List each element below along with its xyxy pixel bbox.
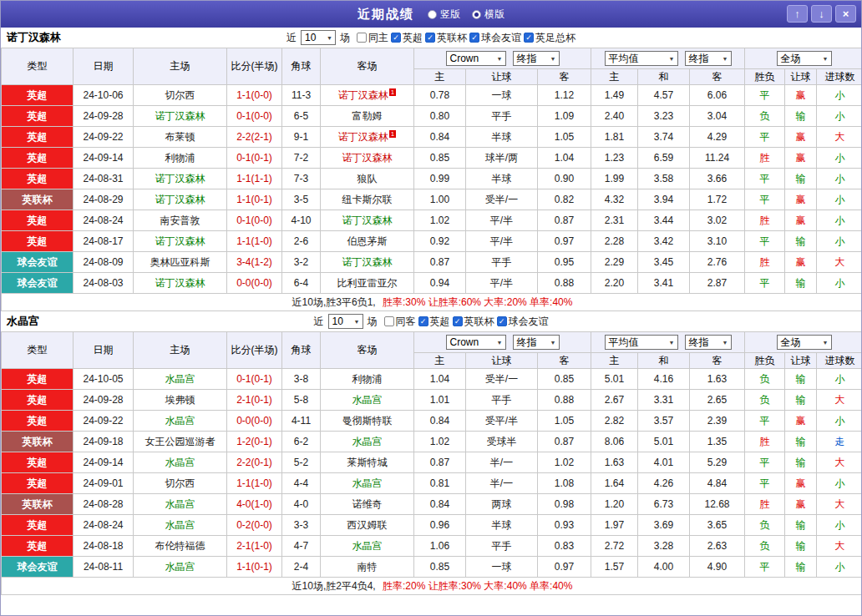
radio-icon[interactable] bbox=[472, 10, 481, 19]
checkbox-checked-icon[interactable]: ✓ bbox=[425, 33, 435, 43]
move-down-button[interactable]: ↓ bbox=[811, 5, 832, 23]
avg-draw-odds-cell: 4.16 bbox=[638, 369, 690, 390]
match-row: 英联杯24-09-18女王公园巡游者1-2(0-1)6-2水晶宫1.02受球半0… bbox=[2, 432, 862, 452]
score-cell: 0-1(0-1) bbox=[227, 369, 282, 390]
checkbox-checked-icon[interactable]: ✓ bbox=[453, 316, 463, 326]
corners-cell: 2-6 bbox=[282, 231, 321, 252]
match-row: 英超24-10-06切尔西1-1(0-0)11-3诺丁汉森林10.78一球1.1… bbox=[2, 85, 862, 106]
result-cell: 负 bbox=[745, 106, 785, 127]
avg-away-odds-cell: 2.39 bbox=[690, 411, 745, 432]
filter-checkbox[interactable]: ✓英超 bbox=[391, 31, 423, 45]
filter-checkbox[interactable]: 同主 bbox=[357, 31, 388, 45]
away-team-cell: 富勒姆 bbox=[321, 106, 414, 127]
bookmaker-select[interactable]: Crown ▼ bbox=[446, 335, 506, 350]
average-select[interactable]: 平均值 ▼ bbox=[605, 335, 678, 350]
league-badge: 英超 bbox=[2, 210, 74, 231]
final-index-select[interactable]: 终指 ▼ bbox=[685, 335, 732, 350]
checkbox-checked-icon[interactable]: ✓ bbox=[469, 33, 479, 43]
away-team-cell: 水晶宫 bbox=[321, 432, 414, 452]
close-button[interactable]: × bbox=[835, 5, 856, 23]
away-team-cell: 利物浦 bbox=[321, 369, 414, 390]
ah-away-odds-cell: 1.04 bbox=[538, 148, 591, 169]
handicap-result-cell: 输 bbox=[785, 169, 817, 189]
layout-option-vertical[interactable]: 竖版 bbox=[428, 8, 460, 22]
corners-cell: 5-8 bbox=[282, 390, 321, 411]
ah-line-cell: 平手 bbox=[466, 390, 538, 411]
chevron-down-icon: ▼ bbox=[497, 56, 503, 62]
match-date-cell: 24-10-05 bbox=[74, 369, 134, 390]
match-row: 球会友谊24-08-09奥林匹亚科斯3-4(1-2)3-2诺丁汉森林0.87平手… bbox=[2, 252, 862, 273]
final-index-select-value: 终指 bbox=[689, 52, 709, 66]
goals-result-cell: 小 bbox=[817, 106, 862, 127]
avg-home-odds-cell: 2.72 bbox=[591, 536, 638, 557]
recent-count-select[interactable]: 10 ▼ bbox=[328, 314, 363, 329]
ah-line-cell: 平手 bbox=[466, 536, 538, 557]
average-select[interactable]: 平均值 ▼ bbox=[605, 51, 678, 66]
corners-cell: 6-2 bbox=[282, 432, 321, 452]
match-row: 英联杯24-08-29诺丁汉森林1-1(0-1)3-5纽卡斯尔联1.00受半/一… bbox=[2, 189, 862, 210]
ah-line-cell: 半/一 bbox=[466, 473, 538, 494]
final-index-select[interactable]: 终指 ▼ bbox=[513, 51, 560, 66]
match-row: 球会友谊24-08-11水晶宫1-1(0-1)2-4南特0.85一球0.971.… bbox=[2, 557, 862, 578]
ah-home-odds-cell: 1.02 bbox=[414, 432, 466, 452]
result-cell: 平 bbox=[745, 473, 785, 494]
checkbox-label: 英联杯 bbox=[464, 315, 494, 329]
ah-away-odds-cell: 1.05 bbox=[538, 127, 591, 148]
home-team-cell: 女王公园巡游者 bbox=[134, 432, 227, 452]
ah-line-cell: 受半/一 bbox=[466, 369, 538, 390]
filter-checkbox[interactable]: ✓英足总杯 bbox=[524, 31, 576, 45]
filter-checkbox[interactable]: ✓英超 bbox=[418, 315, 450, 329]
checkbox-checked-icon[interactable]: ✓ bbox=[497, 316, 507, 326]
checkbox-checked-icon[interactable]: ✓ bbox=[391, 33, 401, 43]
avg-draw-odds-cell: 3.31 bbox=[638, 390, 690, 411]
goals-result-cell: 走 bbox=[817, 432, 862, 452]
move-up-button[interactable]: ↑ bbox=[787, 5, 808, 23]
chevron-down-icon: ▼ bbox=[327, 35, 332, 41]
ah-line-cell: 一球 bbox=[466, 557, 538, 578]
handicap-result-cell: 输 bbox=[785, 452, 817, 473]
ah-line-cell: 两球 bbox=[466, 494, 538, 515]
final-index-select[interactable]: 终指 ▼ bbox=[685, 51, 732, 66]
chevron-down-icon: ▼ bbox=[823, 56, 829, 62]
filter-checkbox[interactable]: ✓球会友谊 bbox=[497, 315, 549, 329]
goals-result-cell: 大 bbox=[817, 536, 862, 557]
goals-result-cell: 小 bbox=[817, 273, 862, 294]
avg-away-odds-cell: 12.68 bbox=[690, 494, 745, 515]
checkbox-unchecked-icon[interactable] bbox=[357, 33, 367, 43]
league-badge: 球会友谊 bbox=[2, 273, 74, 294]
fulltime-select[interactable]: 全场 ▼ bbox=[777, 51, 832, 66]
results-table: 类型 日期 主场 比分(半场) 角球 客场 Crown ▼ 终指 bbox=[1, 48, 862, 311]
final-index-select[interactable]: 终指 ▼ bbox=[513, 335, 560, 350]
chevron-down-icon: ▼ bbox=[550, 340, 556, 346]
home-team-cell: 水晶宫 bbox=[134, 452, 227, 473]
checkbox-unchecked-icon[interactable] bbox=[384, 316, 394, 326]
avg-draw-odds-cell: 3.23 bbox=[638, 106, 690, 127]
result-cell: 负 bbox=[745, 515, 785, 536]
checkbox-checked-icon[interactable]: ✓ bbox=[418, 316, 428, 326]
result-cell: 胜 bbox=[745, 252, 785, 273]
match-row: 英超24-09-22水晶宫0-0(0-0)4-11曼彻斯特联0.84受平/半1.… bbox=[2, 411, 862, 432]
layout-option-horizontal[interactable]: 横版 bbox=[472, 8, 505, 22]
filter-checkbox[interactable]: ✓英联杯 bbox=[425, 31, 467, 45]
radio-icon[interactable] bbox=[428, 10, 437, 19]
avg-home-odds-cell: 1.20 bbox=[591, 494, 638, 515]
ah-away-odds-cell: 0.82 bbox=[538, 189, 591, 210]
bookmaker-select[interactable]: Crown ▼ bbox=[446, 51, 506, 66]
checkbox-label: 英超 bbox=[403, 31, 423, 45]
fulltime-select[interactable]: 全场 ▼ bbox=[777, 335, 832, 350]
summary-row: 近10场,胜2平4负4, 胜率:20% 让胜率:30% 大率:40% 单率:40… bbox=[2, 578, 862, 595]
goals-result-cell: 小 bbox=[817, 85, 862, 106]
away-team-cell: 曼彻斯特联 bbox=[321, 411, 414, 432]
avg-home-odds-cell: 1.49 bbox=[591, 85, 638, 106]
avg-draw-odds-cell: 3.45 bbox=[638, 252, 690, 273]
filter-checkbox[interactable]: 同客 bbox=[384, 315, 416, 329]
match-date-cell: 24-08-17 bbox=[74, 231, 134, 252]
ah-line-cell: 受平/半 bbox=[466, 411, 538, 432]
recent-count-select[interactable]: 10 ▼ bbox=[301, 30, 336, 45]
checkbox-checked-icon[interactable]: ✓ bbox=[524, 33, 534, 43]
match-row: 英超24-09-14水晶宫2-2(0-1)5-2莱斯特城0.87半/一1.021… bbox=[2, 452, 862, 473]
checkbox-label: 球会友谊 bbox=[509, 315, 549, 329]
filter-checkbox[interactable]: ✓球会友谊 bbox=[469, 31, 521, 45]
filter-checkbox[interactable]: ✓英联杯 bbox=[453, 315, 494, 329]
league-badge: 英超 bbox=[2, 473, 74, 494]
